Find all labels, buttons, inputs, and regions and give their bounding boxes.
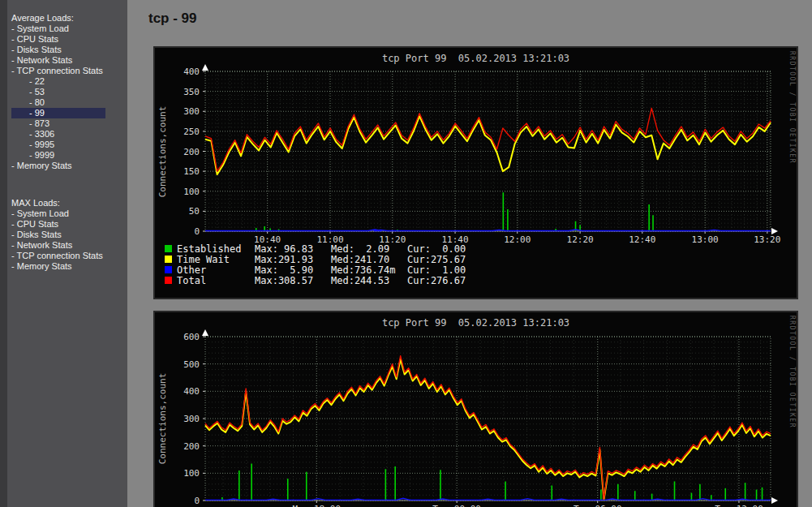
sidebar-item-99[interactable]: - 99 bbox=[11, 108, 105, 118]
sidebar-item-tcp-connection-stats[interactable]: - TCP connection Stats bbox=[11, 66, 125, 76]
legend-swatch-icon bbox=[165, 266, 172, 273]
x-tick-label: 13:20 bbox=[754, 234, 780, 245]
sidebar-item-22[interactable]: - 22 bbox=[11, 76, 125, 87]
legend-row-established: EstablishedMax: 96.83Med: 2.09Cur: 0.00 bbox=[165, 243, 483, 254]
x-axis-arrow-icon bbox=[771, 497, 778, 504]
legend-med: Med: 2.09 bbox=[331, 243, 407, 255]
legend-max: Max:308.57 bbox=[255, 275, 331, 286]
x-tick-label: 13:00 bbox=[692, 234, 719, 245]
page-title: tcp - 99 bbox=[148, 11, 197, 27]
y-tick-label: 100 bbox=[183, 468, 200, 479]
sidebar-edge-strip bbox=[0, 0, 7, 507]
y-tick-label: 50 bbox=[189, 206, 200, 217]
legend-max: Max:291.93 bbox=[255, 254, 331, 265]
series-line-other bbox=[205, 498, 771, 500]
series-line-total bbox=[205, 356, 771, 500]
sidebar-item-80[interactable]: - 80 bbox=[11, 97, 125, 108]
y-tick-label: 300 bbox=[183, 414, 200, 424]
x-tick-label: Tue 00:00 bbox=[432, 504, 481, 507]
sidebar-item-tcp-connection-stats[interactable]: - TCP connection Stats bbox=[11, 251, 125, 261]
y-tick-label: 200 bbox=[183, 147, 200, 157]
y-tick-label: 500 bbox=[183, 359, 200, 370]
sidebar-item-cpu-stats[interactable]: - CPU Stats bbox=[11, 219, 125, 230]
legend-swatch-icon bbox=[165, 245, 172, 252]
legend-max: Max: 96.83 bbox=[255, 243, 331, 255]
chart-svg-max: 0100200300400500600Mon 18:00Tue 00:00Tue… bbox=[155, 312, 797, 507]
legend-cur: Cur: 1.00 bbox=[407, 264, 483, 276]
legend-swatch-icon bbox=[165, 277, 172, 284]
legend-cur: Cur:276.67 bbox=[407, 275, 483, 286]
sidebar-item-3306[interactable]: - 3306 bbox=[11, 129, 125, 140]
sidebar-group-header: MAX Loads: bbox=[11, 198, 125, 208]
legend-label: Time Wait bbox=[177, 254, 255, 265]
y-tick-label: 400 bbox=[183, 386, 200, 397]
x-tick-label: 12:00 bbox=[504, 234, 531, 245]
y-axis-arrow-icon bbox=[202, 329, 208, 336]
y-tick-label: 150 bbox=[183, 166, 200, 177]
y-tick-label: 0 bbox=[194, 226, 200, 237]
rrd-graph-panel-max: tcp Port 99 05.02.2013 13:21:03 RRDTOOL … bbox=[153, 311, 798, 507]
page: { "page": { "title": "tcp - 99" }, "side… bbox=[0, 0, 812, 507]
sidebar-item-cpu-stats[interactable]: - CPU Stats bbox=[11, 34, 125, 45]
x-tick-label: Tue 06:00 bbox=[574, 504, 622, 507]
x-tick-label: 12:40 bbox=[629, 234, 655, 245]
y-tick-label: 200 bbox=[183, 441, 200, 452]
sidebar-group-header: Average Loads: bbox=[11, 13, 125, 24]
sidebar-item-memory-stats[interactable]: - Memory Stats bbox=[11, 161, 125, 171]
sidebar-group-0: Average Loads:- System Load- CPU Stats- … bbox=[11, 13, 125, 171]
x-tick-label: Mon 18:00 bbox=[293, 504, 342, 507]
sidebar: Average Loads:- System Load- CPU Stats- … bbox=[0, 0, 127, 507]
sidebar-item-873[interactable]: - 873 bbox=[11, 118, 125, 129]
sidebar-item-system-load[interactable]: - System Load bbox=[11, 24, 125, 34]
y-tick-label: 600 bbox=[183, 332, 200, 342]
legend-max: Max: 5.90 bbox=[255, 264, 331, 276]
sidebar-item-53[interactable]: - 53 bbox=[11, 87, 125, 97]
rrd-graph-panel-average: tcp Port 99 05.02.2013 13:21:03 RRDTOOL … bbox=[153, 46, 798, 299]
legend-label: Established bbox=[177, 243, 255, 255]
sidebar-item-system-load[interactable]: - System Load bbox=[11, 208, 125, 219]
y-tick-label: 300 bbox=[183, 106, 200, 117]
y-axis-arrow-icon bbox=[202, 64, 208, 71]
sidebar-item-9995[interactable]: - 9995 bbox=[11, 140, 125, 150]
y-tick-label: 100 bbox=[183, 187, 200, 197]
legend-row-total: TotalMax:308.57Med:244.53Cur:276.67 bbox=[165, 275, 483, 286]
sidebar-nav: Average Loads:- System Load- CPU Stats- … bbox=[11, 13, 125, 272]
y-tick-label: 400 bbox=[183, 67, 200, 77]
sidebar-item-network-stats[interactable]: - Network Stats bbox=[11, 55, 125, 66]
x-tick-label: Tue 12:00 bbox=[715, 504, 763, 507]
legend-med: Med:736.74m bbox=[331, 264, 407, 276]
sidebar-item-disks-stats[interactable]: - Disks Stats bbox=[11, 230, 125, 240]
legend-med: Med:244.53 bbox=[331, 275, 407, 286]
graph-legend: EstablishedMax: 96.83Med: 2.09Cur: 0.00T… bbox=[165, 243, 483, 286]
y-tick-label: 0 bbox=[194, 496, 200, 506]
sidebar-group-1: MAX Loads:- System Load- CPU Stats- Disk… bbox=[11, 198, 125, 272]
legend-row-other: OtherMax: 5.90Med:736.74mCur: 1.00 bbox=[165, 264, 483, 275]
sidebar-item-memory-stats[interactable]: - Memory Stats bbox=[11, 261, 125, 272]
x-axis-arrow-icon bbox=[771, 228, 778, 234]
sidebar-item-9999[interactable]: - 9999 bbox=[11, 150, 125, 161]
legend-row-time-wait: Time WaitMax:291.93Med:241.70Cur:275.67 bbox=[165, 254, 483, 264]
legend-label: Other bbox=[177, 264, 255, 276]
legend-swatch-icon bbox=[165, 256, 172, 263]
legend-cur: Cur:275.67 bbox=[407, 254, 483, 265]
sidebar-item-disks-stats[interactable]: - Disks Stats bbox=[11, 45, 125, 55]
sidebar-item-network-stats[interactable]: - Network Stats bbox=[11, 240, 125, 251]
legend-cur: Cur: 0.00 bbox=[407, 243, 483, 255]
x-tick-label: 12:20 bbox=[567, 234, 594, 245]
legend-med: Med:241.70 bbox=[331, 254, 407, 265]
legend-label: Total bbox=[177, 275, 255, 286]
y-tick-label: 350 bbox=[183, 87, 200, 97]
y-tick-label: 250 bbox=[183, 127, 200, 137]
series-line-other bbox=[205, 230, 771, 230]
